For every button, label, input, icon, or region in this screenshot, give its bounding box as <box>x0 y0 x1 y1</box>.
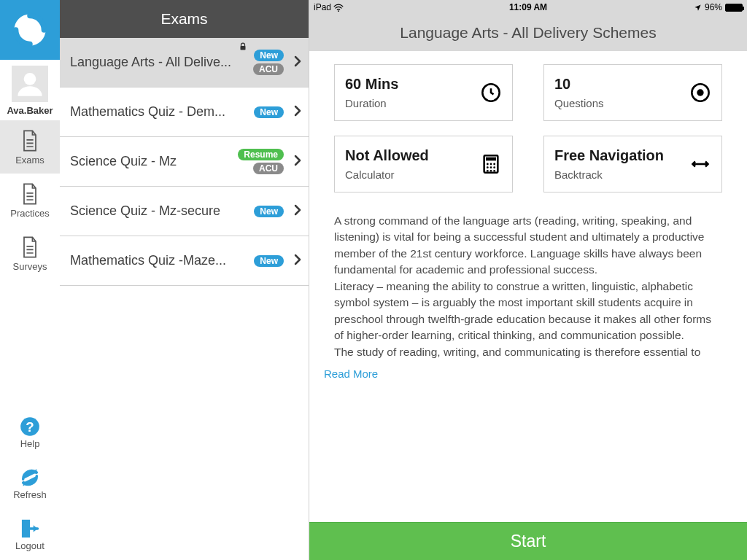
avatar <box>12 66 48 102</box>
logo-icon <box>10 10 50 50</box>
chevron-right-icon <box>294 55 301 70</box>
badge-new: New <box>254 206 284 217</box>
exam-row[interactable]: Mathematics Quiz - Dem...New <box>60 88 309 137</box>
username: Ava.Baker <box>7 105 53 116</box>
exam-title: Language Arts - All Delive... <box>70 55 253 70</box>
app-logo <box>0 0 60 60</box>
badge-resume: Resume <box>238 149 284 160</box>
exam-row[interactable]: Language Arts - All Delive...NewACU <box>60 38 309 88</box>
svg-text:?: ? <box>26 419 34 435</box>
duration-label: Duration <box>345 97 398 109</box>
card-questions: 10 Questions <box>543 64 722 121</box>
chevron-right-icon <box>294 204 301 219</box>
calculator-label: Calculator <box>345 168 429 181</box>
detail-panel: iPad 11:09 AM 96% Language Arts - All De… <box>309 0 747 560</box>
status-bar: iPad 11:09 AM 96% <box>309 0 747 15</box>
badge-new: New <box>254 106 284 118</box>
start-button[interactable]: Start <box>309 522 747 560</box>
exam-title: Mathematics Quiz - Dem... <box>70 104 254 120</box>
exam-title: Science Quiz - Mz <box>70 154 238 169</box>
backtrack-value: Free Navigation <box>554 147 664 164</box>
calculator-icon <box>480 153 502 175</box>
svg-point-10 <box>338 10 339 12</box>
svg-rect-9 <box>241 46 246 50</box>
svg-point-17 <box>490 163 492 166</box>
card-backtrack: Free Navigation Backtrack <box>543 136 722 192</box>
svg-point-3 <box>24 73 36 85</box>
nav-practices[interactable]: Practices <box>0 174 60 227</box>
svg-point-24 <box>493 170 495 172</box>
duration-value: 60 Mins <box>345 76 398 93</box>
exam-title: Mathematics Quiz -Maze... <box>70 253 254 268</box>
svg-point-20 <box>490 166 492 168</box>
left-rail: Ava.Baker Exams Practices Surveys ? Help… <box>0 0 60 560</box>
badge-group: New <box>254 255 284 267</box>
nav-logout[interactable]: Logout <box>0 509 60 560</box>
info-grid: 60 Mins Duration 10 Questions Not Allowe… <box>309 51 747 198</box>
wifi-icon <box>333 4 344 12</box>
calculator-value: Not Allowed <box>345 147 429 164</box>
logout-icon <box>20 518 40 539</box>
exam-list-column: Exams Language Arts - All Delive...NewAC… <box>60 0 309 560</box>
questions-label: Questions <box>554 97 604 109</box>
exam-row[interactable]: Science Quiz - MzResumeACU <box>60 137 309 187</box>
target-icon <box>689 82 711 104</box>
questions-value: 10 <box>554 76 604 93</box>
badge-group: New <box>254 206 284 217</box>
clock-icon <box>480 82 502 104</box>
chevron-right-icon <box>294 105 301 120</box>
backtrack-label: Backtrack <box>554 168 664 181</box>
exam-description: A strong command of the language arts (r… <box>309 198 747 360</box>
svg-rect-15 <box>486 158 496 161</box>
exam-row[interactable]: Mathematics Quiz -Maze...New <box>60 236 309 286</box>
nav-help[interactable]: ? Help <box>0 407 60 458</box>
svg-point-18 <box>493 163 495 166</box>
document-icon <box>20 182 40 206</box>
device-label: iPad <box>314 2 331 12</box>
svg-point-13 <box>697 89 703 96</box>
document-icon <box>20 129 40 152</box>
badge-group: NewACU <box>253 50 284 75</box>
detail-title: Language Arts - All Delivery Schemes <box>309 15 747 51</box>
refresh-icon <box>20 467 40 488</box>
user-block[interactable]: Ava.Baker <box>7 60 53 120</box>
badge-acu: ACU <box>253 63 284 75</box>
chevron-right-icon <box>294 254 301 268</box>
arrows-horizontal-icon <box>689 153 711 175</box>
svg-point-16 <box>487 163 489 166</box>
svg-point-23 <box>490 170 492 172</box>
battery-percent: 96% <box>705 2 722 12</box>
badge-acu: ACU <box>253 163 284 174</box>
location-icon <box>694 4 702 12</box>
exam-list-header: Exams <box>60 0 309 38</box>
svg-marker-8 <box>34 525 38 532</box>
nav-surveys[interactable]: Surveys <box>0 227 60 280</box>
nav-refresh[interactable]: Refresh <box>0 458 60 509</box>
card-duration: 60 Mins Duration <box>334 64 513 121</box>
nav-exams[interactable]: Exams <box>0 120 60 174</box>
svg-point-21 <box>493 166 495 168</box>
chevron-right-icon <box>294 155 301 169</box>
svg-point-19 <box>487 166 489 168</box>
svg-point-22 <box>487 170 489 172</box>
help-icon: ? <box>20 416 40 437</box>
read-more-link[interactable]: Read More <box>324 360 722 380</box>
badge-group: New <box>254 106 284 118</box>
document-icon <box>20 236 40 259</box>
exam-title: Science Quiz - Mz-secure <box>70 203 254 219</box>
badge-new: New <box>254 255 284 267</box>
card-calculator: Not Allowed Calculator <box>334 136 513 192</box>
battery-icon <box>725 4 743 12</box>
badge-new: New <box>254 50 284 61</box>
badge-group: ResumeACU <box>238 149 284 174</box>
exam-row[interactable]: Science Quiz - Mz-secureNew <box>60 187 309 236</box>
clock: 11:09 AM <box>509 2 547 12</box>
